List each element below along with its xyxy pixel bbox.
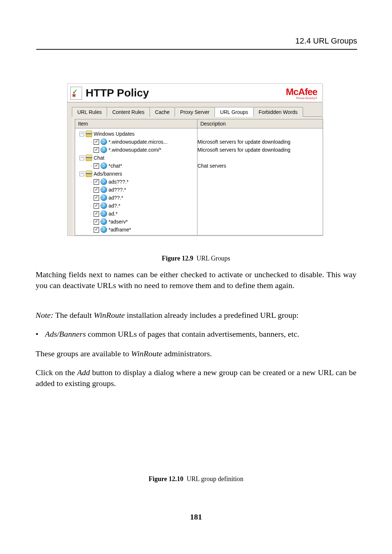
tree-group-label: Windows Updates [94,131,135,137]
tree-description-line [197,202,323,210]
figure-caption-1: Figure 12.9 URL Groups [0,255,392,262]
tree-item-label: *.windowsupdate.micros... [109,139,168,145]
tree-item[interactable]: ⋯✓ad??.* [75,194,197,202]
checkbox[interactable]: ✓ [94,219,99,225]
checkbox[interactable]: ✓ [94,147,99,153]
tab-content-rules[interactable]: Content Rules [107,107,150,117]
checkbox[interactable]: ✓ [94,163,99,169]
tree-item-label: ad???.* [109,187,126,193]
brand-logo: McAfee Proven Security® [286,87,317,100]
checkbox[interactable]: ✓ [94,195,99,201]
tree-item[interactable]: ⋯✓ads???.* [75,178,197,186]
tree-group-label: Chat [94,155,105,161]
header-rule [36,49,357,50]
tab-bar: URL RulesContent RulesCacheProxy ServerU… [72,107,322,117]
window-title: HTTP Policy [86,87,149,100]
tree-item-label: *.windowsupdate.com/* [109,147,162,153]
tree-description-line [197,218,323,226]
globe-icon [101,178,107,185]
globe-icon [101,163,107,169]
page-number: 181 [0,512,392,522]
tree-item-label: ad?.* [109,203,121,209]
tree-group[interactable]: −Chat [75,154,197,162]
tree-description-line [197,170,323,178]
collapse-icon[interactable]: − [79,156,84,160]
window-titlebar: ✓✱ HTTP Policy McAfee Proven Security® [68,84,322,102]
bullet-ads-banners: • Ads/Banners common URLs of pages that … [36,329,356,339]
globe-icon [101,194,107,201]
figure-caption-2: Figure 12.10 URL group definition [0,475,392,483]
folder-icon [86,131,92,137]
tree-description-line [197,210,323,218]
url-groups-table: Item Description −Windows Updates⋯✓*.win… [75,119,323,235]
tab-proxy-server[interactable]: Proxy Server [175,107,215,117]
checkbox[interactable]: ✓ [94,203,99,209]
paragraph-1: Matching fields next to names can be eit… [36,269,356,291]
checkbox[interactable]: ✓ [94,227,99,233]
tree-item[interactable]: ⋯✓*.windowsupdate.com/* [75,146,197,154]
tree-item[interactable]: ⋯✓*adframe* [75,226,197,234]
tree-item-label: ad??.* [109,195,123,201]
collapse-icon[interactable]: − [79,132,84,136]
tree-description-line [197,194,323,202]
tree-item[interactable]: ⋯✓ad?.* [75,202,197,210]
tab-url-groups[interactable]: URL Groups [215,107,253,117]
tab-url-rules[interactable]: URL Rules [72,107,107,117]
tree-item-label: ads???.* [109,179,128,185]
tree-item[interactable]: ⋯✓ad.* [75,210,197,218]
paragraph-3: These groups are available to WinRoute a… [36,348,356,359]
checkbox[interactable]: ✓ [94,187,99,193]
collapse-icon[interactable]: − [79,172,84,176]
tree-description-line: Chat servers [197,162,323,170]
tree-description-line [197,226,323,234]
paragraph-4: Click on the Add button to display a dia… [36,367,356,389]
tab-cache[interactable]: Cache [150,107,175,117]
globe-icon [101,226,107,233]
tree-item-label: *adserv* [109,219,128,225]
tree-group[interactable]: −Windows Updates [75,130,197,138]
tree-descriptions: Microsoft servers for update downloading… [197,128,323,235]
globe-icon [101,210,107,217]
tree-item[interactable]: ⋯✓*.windowsupdate.micros... [75,138,197,146]
tree-item-label: *adframe* [109,227,131,233]
folder-icon [86,171,92,177]
tree-item-label: *chat* [109,163,122,169]
tree-group[interactable]: −Ads/banners [75,170,197,178]
globe-icon [101,202,107,209]
checkbox[interactable]: ✓ [94,179,99,185]
tree-item[interactable]: ⋯✓*chat* [75,162,197,170]
tree-description-line [197,178,323,186]
tree-description-line [197,186,323,194]
tree-description-line: Microsoft servers for update downloading [197,138,323,146]
section-header: 12.4 URL Groups [295,36,357,46]
tab-forbidden-words[interactable]: Forbidden Words [254,107,303,117]
globe-icon [101,147,107,153]
folder-icon [86,155,92,161]
checkbox[interactable]: ✓ [94,211,99,217]
tree-group-label: Ads/banners [94,171,122,177]
paragraph-note: Note: The default WinRoute installation … [36,310,356,321]
column-item[interactable]: Item [75,119,197,128]
tree-description-line [197,154,323,162]
tree-description-line [197,130,323,138]
tree-item[interactable]: ⋯✓*adserv* [75,218,197,226]
tree-description-line: Microsoft servers for update downloading [197,146,323,154]
globe-icon [101,218,107,225]
globe-icon [101,186,107,193]
tree-items: −Windows Updates⋯✓*.windowsupdate.micros… [75,128,197,235]
column-description[interactable]: Description [197,119,323,128]
http-policy-window: ✓✱ HTTP Policy McAfee Proven Security® U… [67,83,323,236]
tree-item[interactable]: ⋯✓ad???.* [75,186,197,194]
tree-item-label: ad.* [109,211,118,217]
globe-icon [101,139,107,145]
app-icon: ✓✱ [70,87,82,100]
checkbox[interactable]: ✓ [94,139,99,145]
